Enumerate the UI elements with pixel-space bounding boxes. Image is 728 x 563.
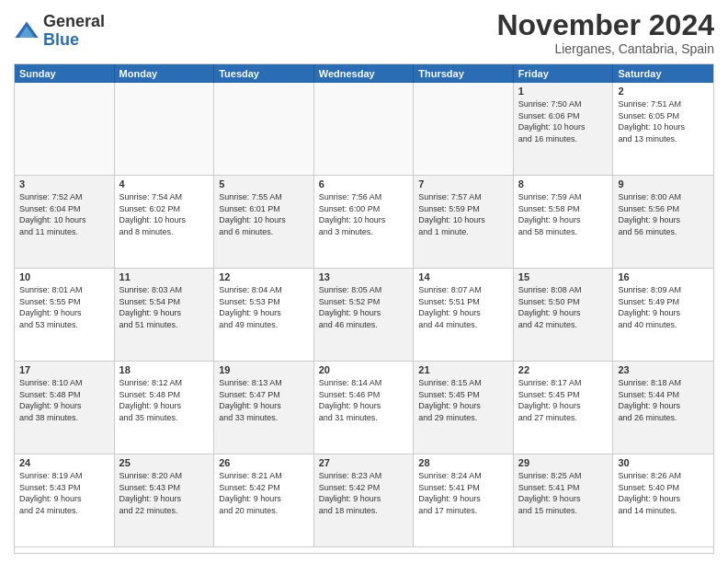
cal-cell: 7Sunrise: 7:57 AM Sunset: 5:59 PM Daylig… xyxy=(414,176,514,269)
cell-text: Sunrise: 8:10 AM Sunset: 5:48 PM Dayligh… xyxy=(19,377,109,423)
cal-cell: 28Sunrise: 8:24 AM Sunset: 5:41 PM Dayli… xyxy=(414,454,514,547)
calendar: SundayMondayTuesdayWednesdayThursdayFrid… xyxy=(14,63,714,554)
month-title: November 2024 xyxy=(496,9,714,41)
day-number: 21 xyxy=(418,364,508,375)
cell-text: Sunrise: 8:20 AM Sunset: 5:43 PM Dayligh… xyxy=(119,470,210,516)
day-number: 1 xyxy=(518,86,609,97)
day-header-wednesday: Wednesday xyxy=(314,64,415,83)
cal-cell: 26Sunrise: 8:21 AM Sunset: 5:42 PM Dayli… xyxy=(214,454,314,547)
cal-cell: 30Sunrise: 8:26 AM Sunset: 5:40 PM Dayli… xyxy=(613,454,713,547)
title-section: November 2024 Lierganes, Cantabria, Spai… xyxy=(496,9,714,56)
day-number: 28 xyxy=(418,457,508,468)
logo-blue: Blue xyxy=(43,30,79,49)
cal-cell: 24Sunrise: 8:19 AM Sunset: 5:43 PM Dayli… xyxy=(15,454,115,547)
day-number: 10 xyxy=(19,271,109,282)
day-number: 23 xyxy=(618,364,709,375)
cal-cell: 10Sunrise: 8:01 AM Sunset: 5:55 PM Dayli… xyxy=(15,269,115,362)
cal-cell: 9Sunrise: 8:00 AM Sunset: 5:56 PM Daylig… xyxy=(613,176,713,269)
cal-cell xyxy=(15,83,115,176)
cal-cell: 15Sunrise: 8:08 AM Sunset: 5:50 PM Dayli… xyxy=(514,269,614,362)
logo-general: General xyxy=(43,12,105,30)
cell-text: Sunrise: 8:04 AM Sunset: 5:53 PM Dayligh… xyxy=(219,284,309,330)
cal-cell: 3Sunrise: 7:52 AM Sunset: 6:04 PM Daylig… xyxy=(15,176,115,269)
day-number: 29 xyxy=(518,457,609,468)
cal-cell: 27Sunrise: 8:23 AM Sunset: 5:42 PM Dayli… xyxy=(314,454,415,547)
cal-cell: 18Sunrise: 8:12 AM Sunset: 5:48 PM Dayli… xyxy=(115,362,215,454)
cal-cell: 6Sunrise: 7:56 AM Sunset: 6:00 PM Daylig… xyxy=(314,176,415,269)
cell-text: Sunrise: 8:15 AM Sunset: 5:45 PM Dayligh… xyxy=(418,377,508,423)
cal-cell: 17Sunrise: 8:10 AM Sunset: 5:48 PM Dayli… xyxy=(15,362,115,454)
cell-text: Sunrise: 8:17 AM Sunset: 5:45 PM Dayligh… xyxy=(518,377,609,423)
cal-cell xyxy=(214,83,314,176)
day-number: 19 xyxy=(219,364,309,375)
calendar-grid: 1Sunrise: 7:50 AM Sunset: 6:06 PM Daylig… xyxy=(15,83,713,547)
cal-cell: 1Sunrise: 7:50 AM Sunset: 6:06 PM Daylig… xyxy=(514,83,614,176)
cal-cell: 25Sunrise: 8:20 AM Sunset: 5:43 PM Dayli… xyxy=(115,454,215,547)
cal-cell xyxy=(115,83,215,176)
cell-text: Sunrise: 7:51 AM Sunset: 6:05 PM Dayligh… xyxy=(618,98,709,144)
cal-cell: 11Sunrise: 8:03 AM Sunset: 5:54 PM Dayli… xyxy=(115,269,215,362)
cell-text: Sunrise: 7:59 AM Sunset: 5:58 PM Dayligh… xyxy=(518,191,609,237)
cell-text: Sunrise: 8:05 AM Sunset: 5:52 PM Dayligh… xyxy=(319,284,409,330)
calendar-header: SundayMondayTuesdayWednesdayThursdayFrid… xyxy=(15,64,713,83)
day-number: 3 xyxy=(19,178,109,190)
day-number: 7 xyxy=(418,178,508,190)
day-number: 11 xyxy=(119,271,210,282)
cal-cell: 2Sunrise: 7:51 AM Sunset: 6:05 PM Daylig… xyxy=(613,83,713,176)
cal-cell: 4Sunrise: 7:54 AM Sunset: 6:02 PM Daylig… xyxy=(115,176,215,269)
cal-cell: 14Sunrise: 8:07 AM Sunset: 5:51 PM Dayli… xyxy=(414,269,514,362)
cell-text: Sunrise: 7:55 AM Sunset: 6:01 PM Dayligh… xyxy=(219,191,309,237)
cell-text: Sunrise: 8:01 AM Sunset: 5:55 PM Dayligh… xyxy=(19,284,109,330)
cell-text: Sunrise: 8:21 AM Sunset: 5:42 PM Dayligh… xyxy=(219,470,309,516)
cell-text: Sunrise: 7:57 AM Sunset: 5:59 PM Dayligh… xyxy=(418,191,508,237)
day-number: 5 xyxy=(219,178,309,190)
day-number: 25 xyxy=(119,457,210,468)
day-number: 2 xyxy=(618,86,709,97)
logo-icon xyxy=(14,18,40,44)
day-number: 27 xyxy=(319,457,409,468)
day-header-tuesday: Tuesday xyxy=(214,64,314,83)
day-number: 26 xyxy=(219,457,309,468)
cal-cell xyxy=(314,83,415,176)
cal-cell: 8Sunrise: 7:59 AM Sunset: 5:58 PM Daylig… xyxy=(514,176,614,269)
day-number: 9 xyxy=(618,178,709,190)
cell-text: Sunrise: 8:14 AM Sunset: 5:46 PM Dayligh… xyxy=(319,377,409,423)
day-number: 13 xyxy=(319,271,409,282)
logo: General Blue xyxy=(14,13,105,50)
cell-text: Sunrise: 8:13 AM Sunset: 5:47 PM Dayligh… xyxy=(219,377,309,423)
cal-cell: 23Sunrise: 8:18 AM Sunset: 5:44 PM Dayli… xyxy=(613,362,713,454)
cal-cell: 22Sunrise: 8:17 AM Sunset: 5:45 PM Dayli… xyxy=(514,362,614,454)
cell-text: Sunrise: 8:26 AM Sunset: 5:40 PM Dayligh… xyxy=(618,470,709,516)
cell-text: Sunrise: 7:56 AM Sunset: 6:00 PM Dayligh… xyxy=(319,191,409,237)
day-header-monday: Monday xyxy=(115,64,215,83)
day-number: 8 xyxy=(518,178,609,190)
cal-cell: 16Sunrise: 8:09 AM Sunset: 5:49 PM Dayli… xyxy=(613,269,713,362)
cell-text: Sunrise: 8:25 AM Sunset: 5:41 PM Dayligh… xyxy=(518,470,609,516)
day-number: 30 xyxy=(618,457,709,468)
cell-text: Sunrise: 8:00 AM Sunset: 5:56 PM Dayligh… xyxy=(618,191,709,237)
day-number: 18 xyxy=(119,364,210,375)
cal-cell: 20Sunrise: 8:14 AM Sunset: 5:46 PM Dayli… xyxy=(314,362,415,454)
day-number: 15 xyxy=(518,271,609,282)
cell-text: Sunrise: 7:54 AM Sunset: 6:02 PM Dayligh… xyxy=(119,191,210,237)
cal-cell: 5Sunrise: 7:55 AM Sunset: 6:01 PM Daylig… xyxy=(214,176,314,269)
cell-text: Sunrise: 8:24 AM Sunset: 5:41 PM Dayligh… xyxy=(418,470,508,516)
day-number: 17 xyxy=(19,364,109,375)
page: General Blue November 2024 Lierganes, Ca… xyxy=(0,0,728,563)
day-header-thursday: Thursday xyxy=(414,64,514,83)
day-header-saturday: Saturday xyxy=(613,64,713,83)
cell-text: Sunrise: 8:03 AM Sunset: 5:54 PM Dayligh… xyxy=(119,284,210,330)
day-number: 12 xyxy=(219,271,309,282)
cell-text: Sunrise: 7:52 AM Sunset: 6:04 PM Dayligh… xyxy=(19,191,109,237)
cal-cell: 21Sunrise: 8:15 AM Sunset: 5:45 PM Dayli… xyxy=(414,362,514,454)
cell-text: Sunrise: 8:12 AM Sunset: 5:48 PM Dayligh… xyxy=(119,377,210,423)
day-number: 24 xyxy=(19,457,109,468)
cell-text: Sunrise: 8:08 AM Sunset: 5:50 PM Dayligh… xyxy=(518,284,609,330)
header: General Blue November 2024 Lierganes, Ca… xyxy=(14,9,714,56)
cal-cell: 29Sunrise: 8:25 AM Sunset: 5:41 PM Dayli… xyxy=(514,454,614,547)
cell-text: Sunrise: 8:19 AM Sunset: 5:43 PM Dayligh… xyxy=(19,470,109,516)
cal-cell: 12Sunrise: 8:04 AM Sunset: 5:53 PM Dayli… xyxy=(214,269,314,362)
cell-text: Sunrise: 8:23 AM Sunset: 5:42 PM Dayligh… xyxy=(319,470,409,516)
cell-text: Sunrise: 8:09 AM Sunset: 5:49 PM Dayligh… xyxy=(618,284,709,330)
cal-cell: 13Sunrise: 8:05 AM Sunset: 5:52 PM Dayli… xyxy=(314,269,415,362)
